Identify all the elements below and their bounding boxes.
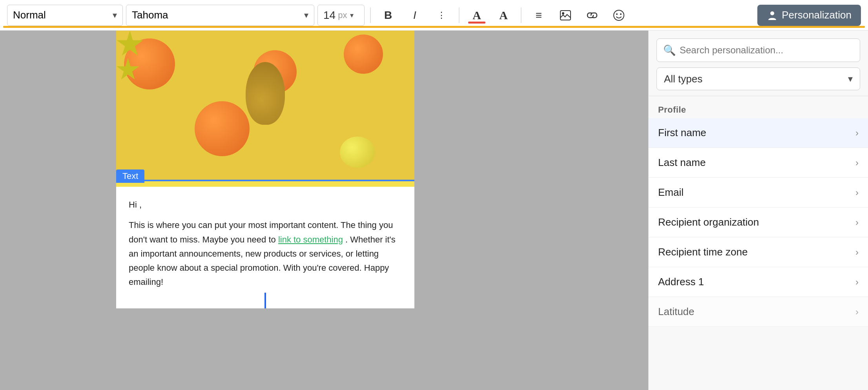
fruit-scene — [116, 31, 414, 180]
bold-button[interactable]: B — [376, 5, 400, 26]
panel-item-label: First name — [658, 127, 706, 139]
search-input[interactable] — [680, 45, 853, 56]
panel-item-label: Address 1 — [658, 276, 704, 288]
font-size-value: 14 — [323, 9, 336, 22]
panel-item-chevron: › — [855, 306, 859, 317]
fruit-decoration — [344, 35, 383, 74]
type-select-label: All types — [664, 73, 702, 85]
panel-item-latitude[interactable]: Latitude › — [649, 297, 868, 327]
panel-item-chevron: › — [855, 157, 859, 168]
font-chevron: ▾ — [304, 10, 308, 20]
type-select[interactable]: All types ▾ — [656, 67, 860, 90]
panel-item-label: Latitude — [658, 306, 695, 318]
personalization-panel: 🔍 All types ▾ Profile First name › Last … — [648, 31, 868, 390]
font-label: Tahoma — [132, 9, 168, 21]
emoji-button[interactable] — [607, 5, 631, 26]
bg-color-button[interactable]: A — [492, 5, 515, 26]
text-block[interactable]: Text Hi , This is where you can put your… — [116, 180, 414, 308]
link-button[interactable] — [580, 5, 604, 26]
align-button[interactable]: ≡ — [527, 5, 551, 26]
text-color-icon: A — [472, 9, 481, 22]
panel-item-chevron: › — [855, 217, 859, 228]
align-icon: ≡ — [536, 9, 542, 22]
panel-type-row: All types ▾ — [649, 67, 868, 96]
panel-item-chevron: › — [855, 128, 859, 139]
text-color-button[interactable]: A — [465, 5, 489, 26]
panel-item-firstname[interactable]: First name › — [649, 118, 868, 148]
panel-divider — [649, 96, 868, 96]
more-button[interactable]: ⋮ — [430, 5, 453, 26]
style-label: Normal — [13, 9, 46, 21]
person-icon — [767, 10, 778, 21]
panel-item-label: Recipient organization — [658, 216, 759, 228]
image-button[interactable] — [554, 5, 577, 26]
fruit-decoration — [195, 101, 250, 156]
panel-search-row: 🔍 — [649, 31, 868, 67]
emoji-icon — [613, 9, 625, 21]
search-box[interactable]: 🔍 — [656, 38, 860, 62]
link-icon — [586, 11, 598, 20]
email-canvas: Text Hi , This is where you can put your… — [116, 31, 414, 308]
panel-item-label: Recipient time zone — [658, 246, 748, 258]
body-text: This is where you can put your most impo… — [129, 218, 402, 289]
style-select[interactable]: Normal ▾ — [7, 5, 123, 26]
font-select[interactable]: Tahoma ▾ — [126, 5, 314, 26]
font-size-chevron: ▾ — [350, 11, 354, 20]
separator-2 — [459, 7, 460, 23]
text-badge: Text — [116, 169, 144, 183]
bg-color-icon: A — [499, 9, 508, 22]
svg-point-1 — [562, 12, 564, 15]
search-icon: 🔍 — [663, 44, 676, 56]
personalization-label: Personalization — [782, 9, 852, 21]
bg-color-bar — [3, 26, 865, 28]
text-color-bar — [468, 22, 485, 24]
panel-item-chevron: › — [855, 277, 859, 288]
text-cursor — [264, 293, 266, 308]
panel-item-label: Email — [658, 186, 684, 199]
type-chevron: ▾ — [848, 73, 853, 84]
image-block — [116, 31, 414, 180]
font-size-select[interactable]: 14 px ▾ — [317, 5, 365, 26]
panel-item-org[interactable]: Recipient organization › — [649, 208, 868, 237]
personalization-button[interactable]: Personalization — [757, 5, 861, 26]
panel-items-list: First name › Last name › Email › Recipie… — [649, 118, 868, 390]
panel-item-lastname[interactable]: Last name › — [649, 148, 868, 178]
separator-3 — [521, 7, 522, 23]
fruit-decoration — [340, 137, 375, 168]
svg-point-3 — [616, 13, 618, 15]
svg-point-4 — [620, 13, 622, 15]
text-content[interactable]: Hi , This is where you can put your most… — [116, 187, 414, 308]
greeting-text: Hi , — [129, 198, 402, 212]
panel-item-email[interactable]: Email › — [649, 178, 868, 208]
image-icon — [560, 10, 571, 21]
panel-item-chevron: › — [855, 187, 859, 198]
toolbar: Normal ▾ Tahoma ▾ 14 px ▾ B I ⋮ A A ≡ — [0, 0, 868, 31]
editor-area: Text Hi , This is where you can put your… — [0, 31, 648, 390]
panel-item-label: Last name — [658, 157, 706, 169]
panel-section-label: Profile — [649, 98, 868, 118]
svg-point-2 — [614, 10, 624, 20]
panel-item-address1[interactable]: Address 1 › — [649, 267, 868, 297]
font-size-unit: px — [338, 10, 347, 20]
separator-1 — [370, 7, 371, 23]
yellow-bar — [116, 181, 414, 187]
italic-button[interactable]: I — [403, 5, 427, 26]
style-chevron: ▾ — [113, 10, 117, 20]
body-link[interactable]: link to something — [278, 235, 343, 244]
pineapple-decoration — [246, 62, 285, 125]
svg-point-5 — [770, 11, 774, 15]
main-area: Text Hi , This is where you can put your… — [0, 31, 868, 390]
panel-item-timezone[interactable]: Recipient time zone › — [649, 237, 868, 267]
panel-item-chevron: › — [855, 247, 859, 258]
svg-rect-0 — [560, 11, 571, 20]
